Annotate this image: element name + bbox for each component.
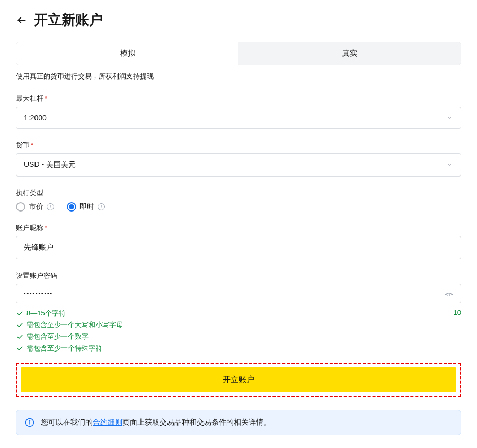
nickname-input[interactable]: 先锋账户: [16, 236, 461, 259]
contract-spec-link[interactable]: 合约细则: [93, 418, 122, 426]
svg-line-3: [450, 294, 450, 295]
eye-closed-icon[interactable]: [444, 289, 454, 298]
radio-market[interactable]: 市价 i: [16, 202, 54, 212]
page-title: 开立新账户: [34, 11, 103, 29]
account-type-tabs: 模拟 真实: [16, 42, 461, 65]
chevron-down-icon: [446, 161, 453, 169]
nickname-value: 先锋账户: [24, 243, 54, 252]
required-mark: *: [45, 94, 47, 102]
radio-instant[interactable]: 即时 i: [67, 202, 105, 212]
notice-box: 您可以在我们的合约细则页面上获取交易品种和交易条件的相关详情。: [16, 410, 461, 435]
radio-instant-label: 即时: [80, 202, 94, 212]
rule-digit: 需包含至少一个数字: [16, 332, 461, 341]
nickname-label: 账户昵称*: [16, 223, 461, 233]
info-icon[interactable]: i: [47, 203, 54, 210]
execution-label: 执行类型: [16, 188, 461, 198]
password-char-count: 10: [454, 309, 461, 317]
password-value: ••••••••••: [24, 291, 53, 296]
radio-icon: [16, 202, 25, 212]
check-icon: [16, 333, 23, 340]
password-label: 设置账户密码: [16, 271, 461, 280]
password-input[interactable]: ••••••••••: [16, 284, 461, 303]
currency-label: 货币*: [16, 140, 461, 150]
tab-demo[interactable]: 模拟: [16, 42, 238, 65]
required-mark: *: [31, 141, 33, 149]
tab-description: 使用真正的货币进行交易，所获利润支持提现: [16, 72, 461, 81]
info-icon: [25, 418, 34, 427]
leverage-select[interactable]: 1:2000: [16, 107, 461, 129]
leverage-value: 1:2000: [24, 113, 47, 122]
check-icon: [16, 321, 23, 329]
submit-highlight: 开立账户: [16, 363, 461, 397]
check-icon: [16, 310, 23, 317]
required-mark: *: [45, 224, 47, 232]
radio-market-label: 市价: [29, 202, 43, 212]
check-icon: [16, 345, 23, 352]
chevron-down-icon: [446, 114, 453, 121]
password-rules: 10 8—15个字符 需包含至少一个大写和小写字母 需包含至少一个数字 需包含至…: [16, 309, 461, 353]
back-icon[interactable]: [16, 14, 28, 26]
radio-icon: [67, 202, 76, 212]
currency-select[interactable]: USD - 美国美元: [16, 153, 461, 177]
leverage-label: 最大杠杆*: [16, 94, 461, 103]
currency-value: USD - 美国美元: [24, 160, 76, 170]
rule-length: 8—15个字符: [16, 309, 461, 318]
create-account-button[interactable]: 开立账户: [21, 367, 456, 392]
svg-point-7: [30, 420, 30, 421]
notice-text: 您可以在我们的合约细则页面上获取交易品种和交易条件的相关详情。: [41, 418, 271, 427]
rule-case: 需包含至少一个大写和小写字母: [16, 320, 461, 330]
info-icon[interactable]: i: [98, 203, 105, 210]
svg-line-2: [448, 294, 448, 295]
rule-special: 需包含至少一个特殊字符: [16, 344, 461, 353]
tab-real[interactable]: 真实: [238, 42, 461, 65]
